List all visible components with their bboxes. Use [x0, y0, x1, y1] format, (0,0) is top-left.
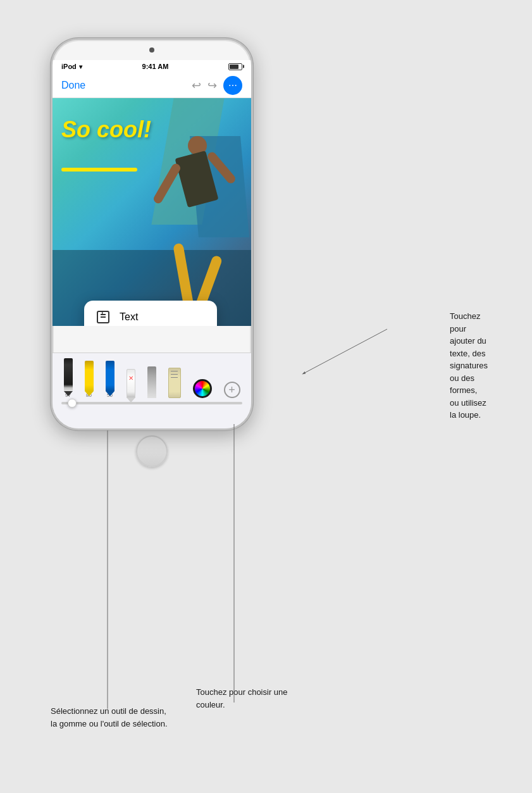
toolbar-area: 97 80 50 — [53, 353, 251, 428]
camera-dot — [149, 47, 154, 53]
ruler-tool[interactable] — [168, 368, 181, 398]
slider-row — [53, 401, 251, 409]
status-right — [228, 63, 242, 70]
battery-icon — [228, 63, 242, 70]
human-arm-left — [152, 162, 182, 205]
annotation-bottom-left: Sélectionnez un outil de dessin, la gomm… — [51, 705, 171, 730]
photo-area: So cool! T Text — [53, 98, 251, 326]
tools-row: 97 80 50 — [53, 353, 251, 401]
redo-button[interactable]: ↪ — [207, 78, 217, 92]
ruler-icon — [168, 368, 181, 398]
device-name-label: iPod — [61, 63, 77, 70]
marker-blue-tool[interactable]: 50 — [106, 361, 114, 398]
photo-annotation-text: So cool! — [61, 117, 151, 142]
annotation-bottom-left-text: Sélectionnez un outil de dessin, la gomm… — [51, 705, 171, 730]
add-tool-button[interactable]: + — [224, 382, 240, 398]
photo-background: So cool! — [53, 98, 251, 326]
more-options-button[interactable]: ⋯ — [223, 76, 242, 95]
ruler-mark-2 — [171, 374, 178, 375]
home-button[interactable] — [136, 435, 168, 467]
svg-line-12 — [304, 329, 387, 373]
nav-bar: Done ↩ ↪ ⋯ — [53, 73, 251, 98]
human-legs — [173, 225, 223, 313]
pen-tool[interactable]: 97 — [64, 358, 73, 398]
annotation-right-text: Touchez pour ajouter du texte, des signa… — [450, 310, 488, 421]
marker-blue-icon — [106, 361, 114, 391]
done-button[interactable]: Done — [61, 80, 85, 91]
marker-yellow-icon — [85, 361, 94, 391]
eraser-icon — [127, 369, 135, 398]
undo-button[interactable]: ↩ — [192, 78, 201, 92]
battery-fill — [230, 65, 238, 69]
pen-icon — [64, 358, 73, 391]
ruler-mark-1 — [171, 371, 178, 372]
more-icon: ⋯ — [228, 80, 237, 91]
svg-text:T: T — [101, 310, 104, 316]
annotation-underline — [61, 168, 137, 172]
eraser-tool[interactable] — [127, 369, 135, 398]
ruler-mark-3 — [171, 377, 178, 378]
device: iPod ▾ 9:41 AM Done ↩ ↪ ⋯ — [51, 38, 253, 430]
home-button-area — [51, 435, 253, 467]
status-left: iPod ▾ — [61, 63, 82, 70]
text-tool-icon: T — [94, 308, 112, 326]
device-top-bar — [53, 40, 251, 60]
annotation-bottom-center: Touchez pour choisir une couleur. — [196, 686, 297, 711]
tool-size-slider[interactable] — [61, 402, 242, 404]
color-picker-button[interactable] — [193, 379, 212, 398]
brush-tool[interactable] — [147, 366, 156, 398]
text-tool-label: Text — [120, 311, 138, 323]
nav-icons: ↩ ↪ ⋯ — [192, 76, 242, 95]
brush-icon — [147, 366, 156, 398]
popup-item-text[interactable]: T Text — [84, 301, 217, 326]
slider-thumb — [68, 399, 77, 408]
annotation-bottom-center-text: Touchez pour choisir une couleur. — [196, 686, 297, 711]
human-figure — [156, 136, 238, 313]
device-container: iPod ▾ 9:41 AM Done ↩ ↪ ⋯ — [51, 38, 253, 467]
marker-yellow-tool[interactable]: 80 — [85, 361, 94, 398]
popup-menu: T Text Signature — [84, 301, 217, 326]
wifi-icon: ▾ — [79, 63, 82, 70]
time-label: 9:41 AM — [142, 63, 169, 70]
status-bar: iPod ▾ 9:41 AM — [53, 60, 251, 73]
